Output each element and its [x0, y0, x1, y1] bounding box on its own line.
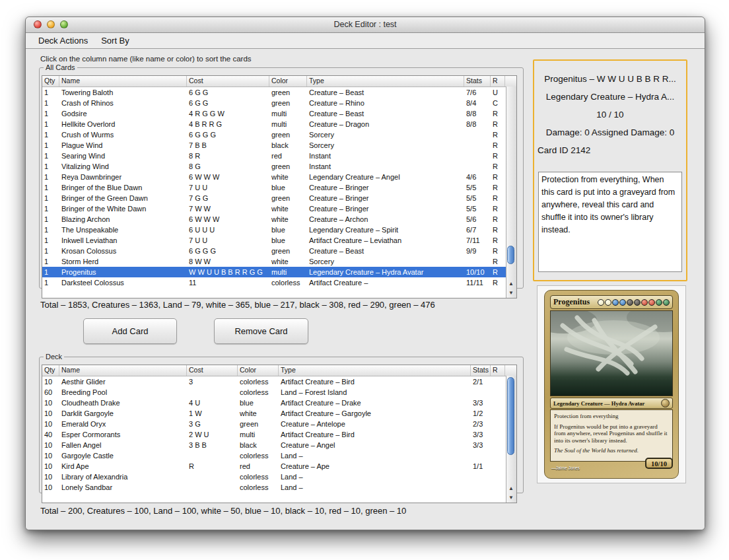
table-cell: Creature – Beast	[307, 87, 464, 98]
column-header-color[interactable]: Color	[269, 76, 307, 87]
table-row[interactable]: 10Kird ApeRredCreature – Ape1/1	[42, 461, 516, 472]
table-row[interactable]: 40Esper Cormorants2 W UmultiArtifact Cre…	[42, 429, 516, 440]
column-header-type[interactable]: Type	[279, 365, 471, 376]
deck-editor-window: Deck Editor : test Deck Actions Sort By …	[25, 17, 705, 530]
table-cell: colorless	[269, 277, 307, 288]
table-cell: 3 B B	[187, 440, 238, 450]
column-header-name[interactable]: Name	[59, 76, 187, 87]
remove-card-button[interactable]: Remove Card	[214, 318, 308, 344]
table-row[interactable]: 1Towering Baloth6 G GgreenCreature – Bea…	[42, 87, 516, 98]
column-header-cost[interactable]: Cost	[187, 76, 269, 87]
table-cell: 1	[42, 203, 59, 214]
table-cell: 40	[42, 429, 59, 440]
table-cell: 1	[42, 235, 59, 246]
table-cell: 1/1	[471, 461, 491, 472]
deck-scrollbar[interactable]: ▲ ▼	[506, 376, 516, 503]
table-row[interactable]: 1Vitalizing Wind8 GgreenInstantR	[42, 161, 516, 172]
add-card-button[interactable]: Add Card	[83, 318, 177, 344]
table-cell: The Unspeakable	[59, 225, 187, 235]
card-name: Progenitus	[553, 297, 598, 307]
table-cell: 6 W W W	[187, 172, 269, 182]
table-cell: R	[491, 256, 505, 267]
table-cell: blue	[269, 225, 307, 235]
column-header-rarity[interactable]: R	[491, 76, 505, 87]
table-row[interactable]: 10Emerald Oryx3 GgreenCreature – Antelop…	[42, 419, 516, 429]
table-row[interactable]: 10Lonely SandbarcolorlessLand –	[42, 482, 516, 493]
table-row[interactable]: 10Library of AlexandriacolorlessLand –	[42, 472, 516, 482]
scroll-down-icon[interactable]: ▼	[506, 289, 516, 297]
scrollbar-thumb[interactable]	[507, 246, 514, 264]
table-row[interactable]: 10Aesthir Glider3colorlessArtifact Creat…	[42, 376, 516, 387]
scroll-down-icon[interactable]: ▼	[506, 493, 516, 502]
table-row[interactable]: 1The Unspeakable6 U U UblueLegendary Cre…	[42, 225, 516, 235]
table-cell	[491, 387, 505, 398]
table-cell: Bringer of the White Dawn	[59, 203, 187, 214]
table-cell	[471, 472, 491, 482]
table-cell: Creature – Bringer	[307, 182, 464, 193]
table-cell: 10	[42, 461, 59, 472]
table-cell: green	[269, 129, 307, 140]
table-row[interactable]: 1Storm Herd8 W WwhiteSorceryR	[42, 256, 516, 267]
table-cell: Creature – Beast	[307, 108, 464, 119]
table-cell: 10/10	[464, 267, 491, 277]
table-row[interactable]: 1Plague Wind7 B BblackSorceryR	[42, 140, 516, 151]
table-row[interactable]: 1Bringer of the Green Dawn7 G GgreenCrea…	[42, 193, 516, 203]
table-cell: Cloudheath Drake	[59, 398, 187, 408]
table-cell: Godsire	[59, 108, 187, 119]
column-header-type[interactable]: Type	[307, 76, 464, 87]
table-row[interactable]: 1Crush of Wurms6 G G GgreenSorceryR	[42, 129, 516, 140]
all-cards-header: Qty Name Cost Color Type Stats R	[42, 76, 516, 87]
table-row[interactable]: 1Bringer of the Blue Dawn7 U UblueCreatu…	[42, 182, 516, 193]
table-row[interactable]: 10Fallen Angel3 B BblackCreature – Angel…	[42, 440, 516, 450]
column-header-filler	[505, 365, 516, 376]
menu-bar: Deck Actions Sort By	[26, 33, 705, 49]
table-cell: Creature – Ape	[279, 461, 471, 472]
menu-sort-by[interactable]: Sort By	[95, 34, 135, 47]
table-cell: Gargoyle Castle	[59, 450, 187, 461]
menu-deck-actions[interactable]: Deck Actions	[32, 34, 94, 47]
column-header-name[interactable]: Name	[59, 365, 187, 376]
table-row[interactable]: 10Cloudheath Drake4 UblueArtifact Creatu…	[42, 398, 516, 408]
table-cell: 1	[42, 193, 59, 203]
table-cell: 10	[42, 398, 59, 408]
table-cell: Progenitus	[59, 267, 187, 277]
column-header-qty[interactable]: Qty	[42, 76, 59, 87]
table-cell: R	[491, 129, 505, 140]
table-row[interactable]: 1Reya Dawnbringer6 W W WwhiteLegendary C…	[42, 172, 516, 182]
column-header-rarity[interactable]: R	[491, 365, 505, 376]
table-cell	[464, 140, 491, 151]
detail-rules-textbox[interactable]: Protection from everything, When this ca…	[538, 172, 682, 272]
table-row[interactable]: 1Godsire4 R G G WmultiCreature – Beast8/…	[42, 108, 516, 119]
table-row[interactable]: 1Blazing Archon6 W W WwhiteCreature – Ar…	[42, 214, 516, 225]
column-header-stats[interactable]: Stats	[471, 365, 491, 376]
table-row[interactable]: 1ProgenitusW W U U B B R R G GmultiLegen…	[42, 267, 516, 277]
table-cell: Land –	[279, 472, 471, 482]
table-row[interactable]: 1Bringer of the White Dawn7 W WwhiteCrea…	[42, 203, 516, 214]
table-row[interactable]: 1Searing Wind8 RredInstantR	[42, 151, 516, 161]
table-row[interactable]: 1Krosan Colossus6 G G GgreenCreature – B…	[42, 246, 516, 256]
all-cards-label: All Cards	[44, 63, 77, 71]
table-row[interactable]: 10Darklit Gargoyle1 WwhiteArtifact Creat…	[42, 408, 516, 419]
table-row[interactable]: 10Gargoyle CastlecolorlessLand –	[42, 450, 516, 461]
card-type-bar: Legendary Creature — Hydra Avatar	[550, 398, 673, 409]
all-cards-scrollbar[interactable]: ▲ ▼	[506, 87, 516, 298]
table-cell: white	[238, 408, 279, 419]
table-cell: blue	[269, 182, 307, 193]
table-cell: R	[491, 267, 505, 277]
detail-name-cost: Progenitus – W W U U B B R R...	[534, 70, 686, 88]
column-header-qty[interactable]: Qty	[42, 365, 59, 376]
table-row[interactable]: 1Darksteel Colossus11colorlessArtifact C…	[42, 277, 516, 288]
column-header-cost[interactable]: Cost	[187, 365, 238, 376]
table-row[interactable]: 60Breeding PoolcolorlessLand – Forest Is…	[42, 387, 516, 398]
scroll-up-icon[interactable]: ▲	[506, 279, 516, 288]
table-row[interactable]: 1Inkwell Leviathan7 U UblueArtifact Crea…	[42, 235, 516, 246]
column-header-color[interactable]: Color	[238, 365, 279, 376]
table-cell: Creature – Bringer	[307, 193, 464, 203]
title-bar[interactable]: Deck Editor : test	[26, 17, 705, 33]
table-row[interactable]: 1Hellkite Overlord4 B R R GmultiCreature…	[42, 119, 516, 129]
table-row[interactable]: 1Crash of Rhinos6 G GgreenCreature – Rhi…	[42, 98, 516, 108]
table-cell	[187, 450, 238, 461]
column-header-stats[interactable]: Stats	[464, 76, 491, 87]
scroll-up-icon[interactable]: ▲	[506, 484, 516, 493]
scrollbar-thumb[interactable]	[507, 377, 514, 455]
